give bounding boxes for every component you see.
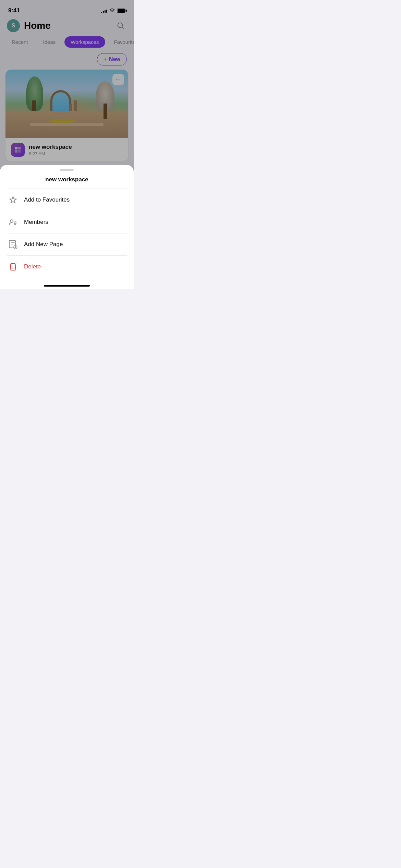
sheet-item-add-page[interactable]: Add New Page: [0, 233, 134, 255]
svg-point-5: [10, 220, 13, 222]
add-favourites-label: Add to Favourites: [24, 196, 70, 203]
bottom-sheet: new workspace Add to Favourites Members: [0, 165, 134, 289]
home-indicator: [44, 285, 90, 287]
svg-point-7: [14, 222, 16, 224]
sheet-handle-row: [0, 165, 134, 173]
sheet-item-delete[interactable]: Delete: [0, 256, 134, 278]
members-label: Members: [24, 219, 48, 226]
sheet-title: new workspace: [0, 173, 134, 189]
sheet-item-members[interactable]: Members: [0, 211, 134, 233]
sheet-handle: [60, 169, 74, 171]
star-icon: [8, 195, 18, 205]
add-page-label: Add New Page: [24, 241, 63, 248]
sheet-item-add-favourites[interactable]: Add to Favourites: [0, 189, 134, 211]
delete-label: Delete: [24, 263, 41, 270]
members-icon: [8, 217, 18, 227]
add-page-icon: [8, 240, 18, 249]
trash-icon: [8, 262, 18, 272]
